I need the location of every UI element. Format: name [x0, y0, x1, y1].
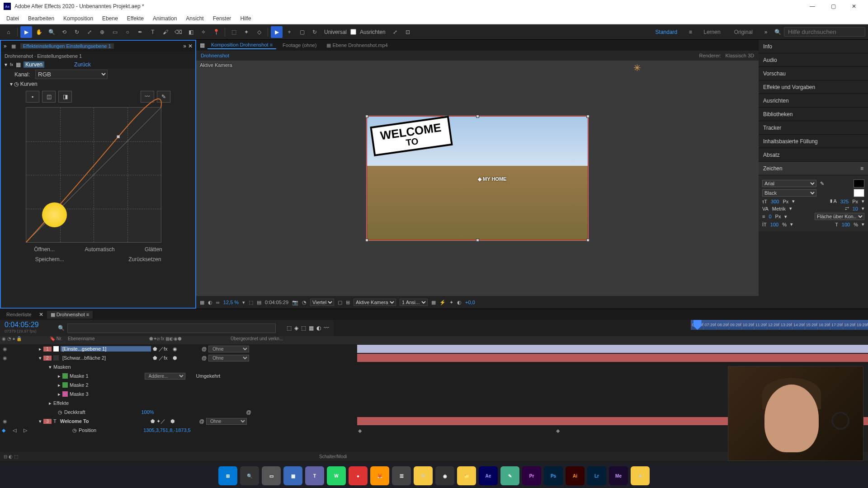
taskbar-app[interactable]: T — [305, 466, 324, 485]
taskbar-app[interactable]: Ai — [566, 466, 585, 485]
kerning-value[interactable]: Metrik — [772, 206, 786, 211]
tab-close-icon[interactable]: ✕ — [39, 311, 43, 318]
char-panel-menu-icon[interactable]: ≡ — [860, 165, 863, 172]
visibility-toggle[interactable]: ◉ — [2, 346, 8, 352]
timeline-icon[interactable]: ✦ — [449, 300, 453, 305]
curves-open-button[interactable]: Öffnen... — [34, 246, 55, 253]
curve-mode3-button[interactable]: ◨ — [58, 91, 72, 103]
view-dropdown[interactable]: Aktive Kamera — [354, 299, 396, 306]
expand-icon[interactable]: ▸ — [39, 346, 42, 352]
puppet-tool[interactable]: 📍 — [210, 26, 222, 38]
effect-name[interactable]: Kurven — [24, 61, 44, 68]
maximize-button[interactable]: ▢ — [823, 0, 844, 13]
pan-tool[interactable]: ⤢ — [84, 26, 95, 38]
ellipse-tool[interactable]: ○ — [122, 26, 133, 38]
view-axis-icon[interactable]: ◇ — [253, 26, 265, 38]
mask-icon[interactable]: ◐ — [208, 300, 212, 305]
fx-badge-icon[interactable]: fx — [10, 62, 13, 67]
taskbar-app[interactable]: N — [414, 466, 433, 485]
parent-dropdown-3[interactable]: Ohne — [206, 418, 247, 425]
keyframe-icon[interactable]: ◆ — [556, 428, 560, 434]
vscale-value[interactable]: 100 — [770, 222, 778, 227]
panel-bibliotheken[interactable]: Bibliotheken — [759, 108, 868, 121]
timeline-comp-tab[interactable]: ▦ Drohnenshot ≡ — [47, 311, 93, 319]
layer-bar-1[interactable] — [357, 345, 868, 353]
curves-reset-button[interactable]: Zurücksetzen — [128, 256, 161, 263]
font-size-value[interactable]: 300 — [771, 199, 779, 204]
local-axis-icon[interactable]: ⬚ — [228, 26, 240, 38]
roto-tool[interactable]: ✧ — [198, 26, 209, 38]
taskbar-app[interactable]: Me — [609, 466, 628, 485]
hand-tool[interactable]: ✋ — [33, 26, 45, 38]
curve-auto-button[interactable]: 〰 — [141, 91, 154, 103]
taskbar-app[interactable]: ☰ — [392, 466, 411, 485]
footage-tab[interactable]: Footage (ohne) — [279, 42, 320, 49]
layer-name-2[interactable]: [Schwar...bfläche 2] — [61, 355, 151, 361]
taskbar-app[interactable]: ● — [349, 466, 368, 485]
brush-tool[interactable]: 🖌 — [160, 26, 171, 38]
parent-dropdown-2[interactable]: Ohne — [208, 355, 249, 361]
taskbar-app[interactable]: ★ — [631, 466, 650, 485]
layer-row-1[interactable]: ◉ ▸ 1 [Einste...gsebene 1] ⬟ ／fx ◉ @ Ohn… — [0, 344, 868, 353]
expand-icon[interactable]: ▾ — [49, 364, 52, 370]
taskbar-app[interactable]: ◉ — [435, 466, 454, 485]
panel-ausrichten[interactable]: Ausrichten — [759, 94, 868, 108]
parent-dropdown-1[interactable]: Ohne — [208, 346, 249, 352]
switches-modes-toggle[interactable]: Schalter/Modi — [319, 454, 347, 459]
expand-icon[interactable]: ▾ — [39, 418, 42, 424]
time-ruler[interactable]: 06:29f 07:29f 08:29f 09:29f 10:29f 11:29… — [691, 320, 868, 330]
orbit-tool[interactable]: ⟲ — [58, 26, 70, 38]
taskbar-app[interactable]: ▭ — [262, 466, 281, 485]
fast-preview-icon[interactable]: ⚡ — [439, 300, 446, 305]
taskbar-app[interactable]: Ae — [479, 466, 498, 485]
stroke-order-dropdown[interactable]: Fläche über Kon... — [815, 213, 864, 220]
fx-visibility-icon[interactable]: ▦ — [16, 61, 21, 68]
num-views-dropdown[interactable]: 1 Ansi... — [400, 299, 428, 306]
workspace-lernen[interactable]: Lernen — [697, 29, 726, 35]
taskbar-app[interactable]: W — [327, 466, 346, 485]
curves-smooth-button[interactable]: Glätten — [145, 246, 162, 253]
taskbar-app[interactable]: ▦ — [283, 466, 302, 485]
taskbar-app[interactable]: 📁 — [457, 466, 476, 485]
channel-icon[interactable]: ◔ — [302, 300, 307, 305]
position-value[interactable]: 1305,3,751,8,-1873,5 — [143, 427, 191, 433]
curves-auto-button[interactable]: Automatisch — [85, 246, 115, 253]
panel-audio[interactable]: Audio — [759, 53, 868, 67]
taskbar-app[interactable]: ⊞ — [218, 466, 237, 485]
menu-ebene[interactable]: Ebene — [98, 13, 123, 24]
text-tool[interactable]: T — [147, 26, 159, 38]
visibility-toggle[interactable]: ◉ — [2, 418, 8, 424]
taskbar-app[interactable]: ✎ — [500, 466, 519, 485]
curves-graph[interactable] — [26, 107, 161, 243]
anchor-tool[interactable]: ⊕ — [96, 26, 108, 38]
font-weight-dropdown[interactable]: Black — [762, 189, 816, 197]
stroke-color-swatch[interactable] — [854, 189, 864, 197]
composition-viewer[interactable]: Aktive Kamera ✳ WELCOMETO ◈ MY HOME — [196, 61, 759, 296]
renderer-value[interactable]: Klassisch 3D — [725, 53, 754, 58]
tracking-value[interactable]: 10 — [853, 206, 858, 211]
layer-row-2[interactable]: ◉ ▾ 2 [Schwar...bfläche 2] ⬟ ／fx ⬢ @ Ohn… — [0, 353, 868, 362]
full-res-icon[interactable]: ⬚ — [249, 300, 253, 305]
curve-mode2-button[interactable]: ◫ — [42, 91, 56, 103]
pixel-aspect-icon[interactable]: ▦ — [431, 300, 436, 305]
panel-tracker[interactable]: Tracker — [759, 121, 868, 135]
snap-icon[interactable]: ⤢ — [389, 26, 401, 38]
taskbar-app[interactable]: Pr — [522, 466, 541, 485]
taskbar-app[interactable]: 🔍 — [240, 466, 259, 485]
effect-reset-link[interactable]: Zurück — [74, 61, 91, 68]
kurven-expand-icon[interactable]: ▾ — [10, 81, 13, 87]
stopwatch-icon[interactable]: ◷ — [58, 409, 62, 415]
font-family-dropdown[interactable]: Arial — [762, 180, 816, 187]
hscale-value[interactable]: 100 — [842, 222, 850, 227]
comp-breadcrumb[interactable]: Drohnenshot — [201, 53, 229, 58]
workspace-standard[interactable]: Standard — [649, 29, 684, 35]
timecode-display[interactable]: 0:04:05:29 — [265, 300, 288, 305]
zoom-arrow-icon[interactable]: ▾ — [242, 300, 245, 305]
comp-flowchart-icon[interactable]: ⬚ — [287, 325, 292, 331]
footage-preview[interactable]: WELCOMETO ◈ MY HOME — [367, 116, 588, 240]
project-tab-icon[interactable]: ▦ — [9, 43, 19, 49]
add-icon[interactable]: + — [283, 26, 295, 38]
workspace-more-icon[interactable]: » — [760, 26, 772, 38]
leading-value[interactable]: 325 — [840, 199, 849, 204]
effect-controls-tab[interactable]: Effekteinstellungen Einstellungsebene 1 — [20, 43, 114, 49]
